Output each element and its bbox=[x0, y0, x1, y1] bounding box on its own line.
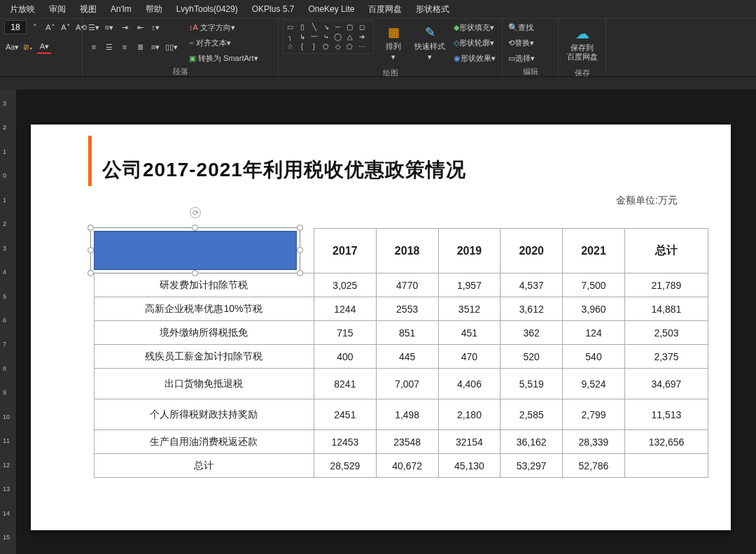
cell: 5,519 bbox=[500, 369, 563, 399]
shape-diamond-icon[interactable]: ◇ bbox=[332, 42, 343, 50]
increase-indent-icon[interactable]: ⇥ bbox=[118, 20, 132, 34]
font-color-icon[interactable]: A▾ bbox=[37, 40, 51, 54]
quick-styles-icon: ✎ bbox=[425, 25, 435, 41]
shape-curve-icon[interactable]: 〰 bbox=[309, 32, 319, 41]
shape-star-icon[interactable]: ☆ bbox=[285, 42, 295, 50]
decrease-indent-icon[interactable]: ⇤ bbox=[133, 20, 147, 34]
menu-bar: 片放映 审阅 视图 An'lm 帮助 LvyhTools(0429) OKPlu… bbox=[0, 0, 756, 18]
vertical-ruler: 3210123456789101112131415 bbox=[0, 90, 17, 554]
find-button[interactable]: 🔍查找 bbox=[507, 20, 535, 34]
align-right-icon[interactable]: ≡ bbox=[118, 40, 132, 54]
change-case-icon[interactable]: Aa▾ bbox=[4, 40, 20, 54]
replace-button[interactable]: ⟲替换▾ bbox=[507, 36, 536, 50]
shape-more-icon[interactable]: ⋯ bbox=[356, 42, 367, 50]
highlight-icon[interactable]: ⎚▾ bbox=[22, 40, 36, 54]
shape-arrow-icon[interactable]: ↘ bbox=[321, 22, 331, 31]
justify-icon[interactable]: ≣ bbox=[133, 40, 147, 54]
menu-anim[interactable]: An'lm bbox=[104, 1, 139, 17]
shape-textbox-icon[interactable]: ▯ bbox=[297, 22, 307, 31]
shape-elbow-icon[interactable]: ┐ bbox=[285, 32, 295, 41]
cell: 23548 bbox=[376, 430, 438, 454]
convert-smartart-button[interactable]: ▣ 转换为 SmartArt▾ bbox=[188, 51, 260, 65]
table-row[interactable]: 高新企业税率优惠10%节税1244255335123,6123,96014,88… bbox=[94, 297, 708, 321]
shape-triangle-icon[interactable]: △ bbox=[344, 32, 355, 41]
menu-baidu[interactable]: 百度网盘 bbox=[361, 1, 409, 18]
cell: 540 bbox=[563, 345, 625, 369]
table-row[interactable]: 总计28,52940,67245,13053,29752,786 bbox=[94, 454, 708, 478]
cell: 3,612 bbox=[500, 297, 563, 321]
cell: 11,513 bbox=[624, 399, 708, 430]
menu-shape-format[interactable]: 形状格式 bbox=[409, 1, 456, 18]
shape-hexagon-icon[interactable]: ⬡ bbox=[321, 42, 331, 50]
font-size-input[interactable]: 18 bbox=[4, 20, 27, 34]
shape-effects-button[interactable]: ◉形状效果▾ bbox=[452, 51, 497, 65]
shape-fill-button[interactable]: ◆形状填充▾ bbox=[452, 20, 496, 34]
slide[interactable]: 公司2017-2021年利用税收优惠政策情况 金额单位:万元 2017 2018… bbox=[31, 125, 731, 530]
shape-connector-icon[interactable]: ⤷ bbox=[321, 32, 331, 41]
slide-canvas[interactable]: 公司2017-2021年利用税收优惠政策情况 金额单位:万元 2017 2018… bbox=[17, 90, 756, 554]
shape-brace2-icon[interactable]: } bbox=[309, 42, 319, 50]
arrange-button[interactable]: ▦ 排列▾ bbox=[377, 20, 410, 66]
table-row[interactable]: 残疾员工薪金加计扣除节税4004454705205402,375 bbox=[94, 345, 708, 369]
resize-handle-w[interactable] bbox=[88, 247, 94, 253]
shape-brace-icon[interactable]: { bbox=[297, 42, 307, 50]
shape-pentagon-icon[interactable]: ⬠ bbox=[344, 42, 355, 50]
slide-title: 公司2017-2021年利用税收优惠政策情况 bbox=[102, 157, 466, 183]
row-label: 总计 bbox=[94, 454, 314, 478]
table-row[interactable]: 境外缴纳所得税抵免7158514513621242,503 bbox=[94, 321, 708, 345]
increase-font-icon[interactable]: A˄ bbox=[43, 20, 57, 34]
shape-elbowarrow-icon[interactable]: ↳ bbox=[297, 32, 307, 41]
menu-lvyhtools[interactable]: LvyhTools(0429) bbox=[169, 1, 245, 17]
menu-view[interactable]: 视图 bbox=[73, 1, 104, 18]
ribbon: 18 ˅ A˄ A˅ A⟲ Aa▾ ⎚▾ A▾ ☰▾ ≡▾ bbox=[0, 18, 756, 77]
shape-line-icon[interactable]: ╲ bbox=[309, 22, 319, 31]
cell: 851 bbox=[376, 321, 438, 345]
shape-arrowshape-icon[interactable]: ➔ bbox=[356, 32, 367, 41]
cell: 2553 bbox=[376, 297, 438, 321]
save-to-baidu-button[interactable]: ☁ 保存到 百度网盘 bbox=[566, 20, 599, 66]
shape-line2-icon[interactable]: ─ bbox=[332, 22, 343, 31]
select-button[interactable]: ▭选择▾ bbox=[507, 51, 536, 65]
table-row[interactable]: 研发费加计扣除节税3,02547701,9574,5377,50021,789 bbox=[94, 274, 708, 297]
distribute-icon[interactable]: ≡▾ bbox=[148, 40, 162, 54]
cell: 1244 bbox=[314, 297, 376, 321]
decrease-font-icon[interactable]: A˅ bbox=[59, 20, 73, 34]
cell: 28,339 bbox=[563, 430, 625, 454]
cell: 4,537 bbox=[500, 274, 563, 297]
header-2017: 2017 bbox=[314, 229, 376, 274]
columns-icon[interactable]: ▯▯▾ bbox=[164, 40, 179, 54]
text-direction-button[interactable]: ↕A 文字方向▾ bbox=[188, 20, 237, 34]
selected-shape[interactable]: ⟳ bbox=[94, 231, 297, 270]
align-text-button[interactable]: ⎓ 对齐文本▾ bbox=[188, 36, 232, 50]
table-row[interactable]: 生产自用油消费税返还款12453235483215436,16228,33913… bbox=[94, 430, 708, 454]
resize-handle-nw[interactable] bbox=[88, 225, 94, 231]
line-spacing-icon[interactable]: ↕▾ bbox=[148, 20, 162, 34]
numbering-icon[interactable]: ≡▾ bbox=[102, 20, 116, 34]
cell: 124 bbox=[563, 321, 625, 345]
menu-okplus[interactable]: OKPlus 5.7 bbox=[245, 1, 302, 17]
align-left-icon[interactable]: ≡ bbox=[87, 40, 101, 54]
cell: 715 bbox=[314, 321, 376, 345]
shape-oval-icon[interactable]: ◯ bbox=[332, 32, 343, 41]
rotate-handle[interactable]: ⟳ bbox=[190, 207, 201, 218]
menu-review[interactable]: 审阅 bbox=[42, 1, 73, 18]
bullets-icon[interactable]: ☰▾ bbox=[87, 20, 101, 34]
align-center-icon[interactable]: ☰ bbox=[102, 40, 116, 54]
shape-callout-icon[interactable]: ◻ bbox=[356, 22, 367, 31]
table-row[interactable]: 个人所得税财政扶持奖励24511,4982,1802,5852,79911,51… bbox=[94, 399, 708, 430]
chevron-down-icon[interactable]: ˅ bbox=[28, 20, 42, 34]
shape-rect-icon[interactable]: ▭ bbox=[285, 22, 295, 31]
resize-handle-sw[interactable] bbox=[88, 270, 94, 276]
menu-onekey[interactable]: OneKey Lite bbox=[301, 1, 361, 17]
cell: 362 bbox=[500, 321, 563, 345]
unit-label: 金额单位:万元 bbox=[616, 194, 678, 207]
shapes-gallery[interactable]: ▭ ▯ ╲ ↘ ─ ▢ ◻ ┐ ↳ 〰 ⤷ ◯ △ ➔ ☆ { } ⬡ ◇ ⬠ bbox=[283, 20, 374, 54]
menu-help[interactable]: 帮助 bbox=[139, 1, 169, 18]
menu-slideshow[interactable]: 片放映 bbox=[3, 1, 42, 18]
table-row[interactable]: 出口货物免抵退税82417,0074,4065,5199,52434,697 bbox=[94, 369, 708, 399]
shape-roundrect-icon[interactable]: ▢ bbox=[344, 22, 355, 31]
quick-styles-button[interactable]: ✎ 快速样式▾ bbox=[413, 20, 447, 66]
cell: 2,799 bbox=[563, 399, 625, 430]
selection-frame: ⟳ bbox=[90, 227, 300, 274]
shape-outline-button[interactable]: ◇形状轮廓▾ bbox=[452, 36, 496, 50]
